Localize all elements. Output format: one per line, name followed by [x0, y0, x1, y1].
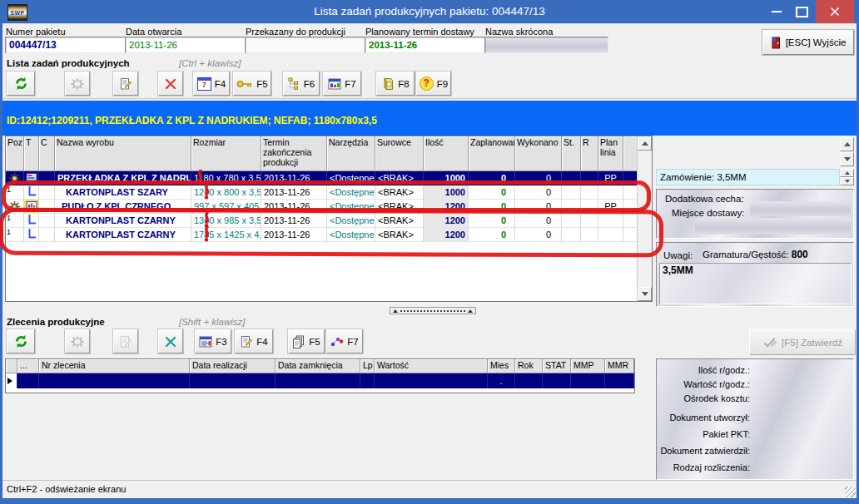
f5-key-button[interactable]: F5	[233, 72, 271, 96]
f9-help-button[interactable]: ? F9	[416, 72, 451, 96]
numer-pakietu-field[interactable]: 004447/13	[5, 37, 132, 53]
arrow-up-icon	[844, 142, 851, 146]
attributes-panel: Dodatkowa cecha: Miejsce dostawy:	[656, 189, 854, 239]
f4-edit-button[interactable]: F4	[235, 329, 273, 353]
horizontal-splitter[interactable]	[390, 307, 476, 314]
refresh-button[interactable]	[7, 329, 35, 353]
row-plan-linia-cell	[598, 228, 623, 242]
scroll-up-button[interactable]	[840, 137, 854, 151]
col-rok: Rok	[515, 359, 543, 373]
row-plan-linia-cell	[598, 214, 623, 228]
f6-label: F6	[304, 79, 315, 89]
row-ilosc-cell: 1000	[424, 171, 469, 185]
col-mies: Mies	[488, 359, 515, 373]
help-icon: ?	[420, 77, 434, 91]
row-poz-cell: 1	[6, 228, 24, 242]
approve-button[interactable]: [F5] Zatwierdź	[749, 329, 856, 355]
col-zaplanowano: Zaplanowano	[469, 136, 515, 171]
f7-links-button[interactable]: F7	[326, 329, 363, 353]
table-row[interactable]: 1 KARTONPLAST CZARNY 1360 x 985 x 3,5 20…	[6, 214, 652, 228]
side-panel-scrollbar[interactable]	[840, 137, 854, 167]
child-bracket-icon	[27, 229, 36, 240]
f5-copy-button[interactable]: F5	[288, 329, 325, 353]
row-poz-cell	[6, 200, 24, 214]
row-r-cell	[581, 214, 598, 228]
col-mmp: MMP	[571, 359, 605, 373]
minimize-button[interactable]	[766, 0, 787, 23]
f6-tree-button[interactable]: F6	[283, 72, 320, 96]
new-item-button-disabled[interactable]	[65, 72, 90, 96]
row-surowce-cell: <BRAK>	[375, 228, 424, 242]
table-row[interactable]: PUDŁO Z KPL CZRNEGO 997 x 597 x 405 2013…	[6, 200, 652, 214]
table-row[interactable]: 1 KARTONPLAST CZARNY 1785 x 1425 x 4,5 2…	[6, 228, 652, 242]
app-window: SWP Lista zadań produkcyjnych pakietu: 0…	[0, 0, 859, 504]
order-info-strip: Zamówienie: 3,5MM	[656, 169, 840, 185]
row-plan-linia-cell	[598, 185, 623, 200]
field-label-numer-pakietu: Numer pakietu	[6, 27, 66, 37]
row-plan-linia-cell: PP	[598, 200, 623, 214]
uwagi-memo[interactable]: 3,5MM	[659, 263, 852, 304]
tasks-table-scrollbar[interactable]	[637, 136, 652, 301]
edit-document-icon	[119, 335, 132, 348]
copy-pages-icon	[292, 335, 305, 348]
refresh-button[interactable]	[7, 72, 35, 96]
scroll-down-button[interactable]	[840, 152, 854, 166]
row-type-cell	[24, 185, 39, 200]
row-st-cell	[562, 185, 581, 200]
col-plan-linia: Plan linia	[598, 136, 623, 171]
cancel-order-button[interactable]	[158, 329, 183, 353]
close-icon	[830, 7, 840, 17]
gear-icon	[9, 173, 20, 184]
table-row[interactable]: .	[6, 373, 634, 388]
uwagi-panel: Uwagi: Gramatura/Gęstość: 800 3,5MM	[656, 242, 854, 307]
new-order-button-disabled[interactable]	[65, 329, 90, 353]
col-ilosc: Ilość	[424, 136, 469, 171]
row-r-cell	[581, 171, 598, 185]
window-chart-icon	[328, 78, 341, 90]
approve-button-label: [F5] Zatwierdź	[782, 338, 842, 348]
f7-report-button[interactable]: F7	[323, 72, 361, 96]
dodatkowa-cecha-field	[750, 201, 851, 216]
row-name-cell: KARTONPLAST CZARNY	[55, 228, 191, 242]
scroll-down-button[interactable]	[638, 287, 652, 301]
close-button[interactable]	[816, 0, 854, 23]
spin-down-button[interactable]	[840, 177, 854, 185]
scroll-up-button[interactable]	[638, 136, 652, 151]
edit-task-button[interactable]	[113, 72, 138, 96]
row-termin-cell: 2013-11-26	[261, 214, 327, 228]
spin-up-button[interactable]	[840, 169, 854, 177]
f4-dates-button[interactable]: 7 F4	[193, 72, 230, 96]
maximize-button[interactable]	[791, 0, 812, 23]
table-row[interactable]: 1 KARTONPLAST SZARY 1200 x 800 x 3,5 201…	[6, 185, 652, 200]
table-row[interactable]: PRZEKŁADKA Z KPL Z NADRUKIEM 1180 x 780 …	[6, 171, 652, 185]
delete-task-button[interactable]	[158, 72, 183, 96]
teal-x-icon	[165, 336, 176, 348]
ilosc-rgodz-label: Ilość r/godz.:	[657, 365, 750, 375]
f4-label: F4	[215, 79, 226, 89]
przekazany-field[interactable]	[245, 37, 370, 53]
row-name-cell: PRZEKŁADKA Z KPL Z NADRUKIEM	[55, 171, 191, 185]
row-wartosc-cell	[375, 373, 488, 388]
f8-print-button[interactable]: F8	[376, 72, 415, 96]
f3-label: F3	[216, 337, 226, 347]
col-st: St.	[562, 136, 581, 171]
row-surowce-cell: <BRAK>	[375, 185, 424, 200]
row-nr-zlecenia-cell	[39, 373, 190, 388]
row-c-cell	[39, 200, 55, 214]
row-termin-cell: 2013-11-26	[261, 171, 327, 185]
tasks-section-hint: [Ctrl + klawisz]	[179, 58, 241, 68]
nazwa-skrocona-field[interactable]	[484, 37, 608, 53]
order-spinner[interactable]	[840, 169, 854, 185]
row-type-cell	[24, 200, 39, 214]
arrow-down-icon	[845, 180, 850, 183]
data-otwarcia-field[interactable]: 2013-11-26	[125, 37, 250, 53]
window-report-icon	[199, 336, 212, 348]
edit-order-button-disabled[interactable]	[113, 329, 138, 353]
row-poz-cell	[6, 171, 24, 185]
print-book-icon	[381, 77, 395, 91]
exit-button[interactable]: [ESC] Wyjście	[762, 30, 854, 55]
pakiet-pkt-label: Pakiet PKT:	[657, 429, 750, 439]
f3-window-button[interactable]: F3	[195, 329, 231, 353]
planowany-termin-field[interactable]: 2013-11-26	[365, 37, 489, 53]
resize-grip[interactable]	[845, 487, 856, 497]
